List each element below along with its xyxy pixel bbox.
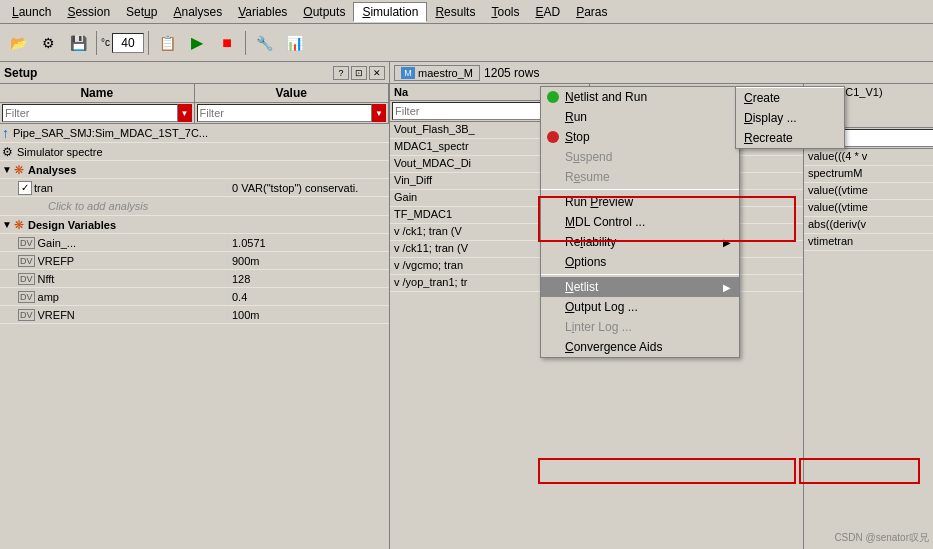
toolbar: 📂 ⚙ 💾 °c 40 📋 ▶ ■ 🔧 📊 bbox=[0, 24, 933, 62]
menu-item-recreate[interactable]: Recreate bbox=[736, 128, 844, 148]
list-item[interactable]: DV Nfft 128 bbox=[0, 270, 389, 288]
gain-value: 1.0571 bbox=[227, 237, 387, 249]
separator-3 bbox=[245, 31, 246, 55]
menu-setup[interactable]: Setup bbox=[118, 3, 165, 21]
menu-simulation[interactable]: Simulation bbox=[353, 2, 427, 22]
maestro-tab[interactable]: M maestro_M bbox=[394, 65, 480, 81]
menu-item-display[interactable]: Display ... bbox=[736, 108, 844, 128]
table-row[interactable]: value((vtime bbox=[804, 200, 933, 217]
left-panel-titlebar: Setup ? ⊡ ✕ bbox=[0, 62, 389, 84]
expand-analyses-icon[interactable]: ▼ bbox=[2, 164, 14, 175]
recreate-label: Recreate bbox=[744, 131, 793, 145]
list-item[interactable]: DV VREFP 900m bbox=[0, 252, 389, 270]
help-btn[interactable]: ? bbox=[333, 66, 349, 80]
suspend-label: Suspend bbox=[565, 150, 612, 164]
list-item[interactable]: ⚙ Simulator spectre bbox=[0, 143, 389, 161]
dv-icon: DV bbox=[18, 273, 35, 285]
list-item[interactable]: DV amp 0.4 bbox=[0, 288, 389, 306]
restore-btn[interactable]: ⊡ bbox=[351, 66, 367, 80]
table-row[interactable]: vtimetran bbox=[804, 234, 933, 251]
mdl-control-label: MDL Control ... bbox=[565, 215, 645, 229]
convergence-aids-label: Convergence Aids bbox=[565, 340, 662, 354]
far-right-panel: 5 (MDAC1_V1) ▼ value(((4 * v spectrumM v… bbox=[803, 84, 933, 549]
design-vars-label: Design Variables bbox=[28, 219, 227, 231]
table-row[interactable]: spectrumM bbox=[804, 166, 933, 183]
simulation-menu: Netlist and Run Run Stop Suspend Resume … bbox=[540, 86, 740, 358]
list-item[interactable]: DV Gain_... 1.0571 bbox=[0, 234, 389, 252]
menu-analyses[interactable]: Analyses bbox=[165, 3, 230, 21]
create-label: Create bbox=[744, 91, 780, 105]
copy-button[interactable]: 📋 bbox=[153, 29, 181, 57]
netlist-submenu-arrow: ▶ bbox=[723, 282, 731, 293]
table-row[interactable]: abs((deriv(v bbox=[804, 217, 933, 234]
list-item[interactable]: DV VREFN 100m bbox=[0, 306, 389, 324]
menu-item-mdl-control[interactable]: MDL Control ... bbox=[541, 212, 739, 232]
list-item[interactable]: ✓ tran 0 VAR("tstop") conservati. bbox=[0, 179, 389, 197]
menu-item-create[interactable]: Create bbox=[736, 88, 844, 108]
value-filter-input[interactable] bbox=[197, 104, 373, 122]
menu-item-run-preview[interactable]: Run Preview bbox=[541, 192, 739, 212]
expand-design-vars-icon[interactable]: ▼ bbox=[2, 219, 14, 230]
name-filter-arrow[interactable]: ▼ bbox=[178, 104, 192, 122]
settings-button[interactable]: ⚙ bbox=[34, 29, 62, 57]
menu-item-run[interactable]: Run bbox=[541, 107, 739, 127]
list-item[interactable]: Click to add analysis bbox=[0, 197, 389, 216]
green-circle-icon bbox=[547, 91, 559, 103]
list-item[interactable]: ↑ Pipe_SAR_SMJ:Sim_MDAC_1ST_7C... bbox=[0, 124, 389, 143]
name-filter-input[interactable] bbox=[2, 104, 178, 122]
analyses-label: Analyses bbox=[28, 164, 227, 176]
table-row[interactable]: value((vtime bbox=[804, 183, 933, 200]
tran-value: 0 VAR("tstop") conservati. bbox=[227, 182, 387, 194]
left-panel: Setup ? ⊡ ✕ Name Value ▼ ▼ ↑ bbox=[0, 62, 390, 549]
reliability-label: Reliability bbox=[565, 235, 616, 249]
stop-button[interactable]: ■ bbox=[213, 29, 241, 57]
table-row[interactable]: value(((4 * v bbox=[804, 149, 933, 166]
pipe-sar-label: Pipe_SAR_SMJ:Sim_MDAC_1ST_7C... bbox=[13, 127, 227, 139]
dv-icon: DV bbox=[18, 309, 35, 321]
nfft-value: 128 bbox=[227, 273, 387, 285]
open-button[interactable]: 📂 bbox=[4, 29, 32, 57]
run-button[interactable]: ▶ bbox=[183, 29, 211, 57]
menu-tools[interactable]: Tools bbox=[483, 3, 527, 21]
reliability-submenu-arrow: ▶ bbox=[723, 237, 731, 248]
menu-item-output-log[interactable]: Output Log ... bbox=[541, 297, 739, 317]
add-analysis-label[interactable]: Click to add analysis bbox=[18, 198, 178, 214]
list-item[interactable]: ▼ ❋ Design Variables bbox=[0, 216, 389, 234]
simulator-label: Simulator spectre bbox=[17, 146, 227, 158]
menu-item-options[interactable]: Options bbox=[541, 252, 739, 272]
linter-log-label: Linter Log ... bbox=[565, 320, 632, 334]
gear-icon: ⚙ bbox=[2, 145, 13, 159]
red-circle-icon bbox=[547, 131, 559, 143]
menu-variables[interactable]: Variables bbox=[230, 3, 295, 21]
tool1-button[interactable]: 🔧 bbox=[250, 29, 278, 57]
netlist-run-label: Netlist and Run bbox=[565, 90, 647, 104]
menu-session[interactable]: Session bbox=[59, 3, 118, 21]
options-label: Options bbox=[565, 255, 606, 269]
menu-item-netlist-run[interactable]: Netlist and Run bbox=[541, 87, 739, 107]
menu-ead[interactable]: EAD bbox=[527, 3, 568, 21]
left-table: ↑ Pipe_SAR_SMJ:Sim_MDAC_1ST_7C... ⚙ Simu… bbox=[0, 124, 389, 549]
run-label: Run bbox=[565, 110, 587, 124]
menu-item-reliability[interactable]: Reliability ▶ bbox=[541, 232, 739, 252]
menu-item-convergence-aids[interactable]: Convergence Aids bbox=[541, 337, 739, 357]
menu-outputs[interactable]: Outputs bbox=[295, 3, 353, 21]
run-preview-label: Run Preview bbox=[565, 195, 633, 209]
design-vars-icon: ❋ bbox=[14, 218, 24, 232]
tran-checkbox[interactable]: ✓ bbox=[18, 181, 32, 195]
menu-results[interactable]: Results bbox=[427, 3, 483, 21]
name-col-header: Name bbox=[0, 84, 195, 102]
name-filter-cell: ▼ bbox=[0, 103, 195, 123]
close-btn[interactable]: ✕ bbox=[369, 66, 385, 80]
menu-item-resume: Resume bbox=[541, 167, 739, 187]
menu-item-stop[interactable]: Stop bbox=[541, 127, 739, 147]
save-button[interactable]: 💾 bbox=[64, 29, 92, 57]
menu-paras[interactable]: Paras bbox=[568, 3, 615, 21]
temp-value[interactable]: 40 bbox=[112, 33, 144, 53]
tool2-button[interactable]: 📊 bbox=[280, 29, 308, 57]
list-item[interactable]: ▼ ❋ Analyses bbox=[0, 161, 389, 179]
vrefn-label: VREFN bbox=[38, 309, 227, 321]
value-filter-arrow[interactable]: ▼ bbox=[372, 104, 386, 122]
menu-launch[interactable]: Launch bbox=[4, 3, 59, 21]
menu-item-netlist[interactable]: Netlist ▶ bbox=[541, 277, 739, 297]
dv-icon: DV bbox=[18, 255, 35, 267]
